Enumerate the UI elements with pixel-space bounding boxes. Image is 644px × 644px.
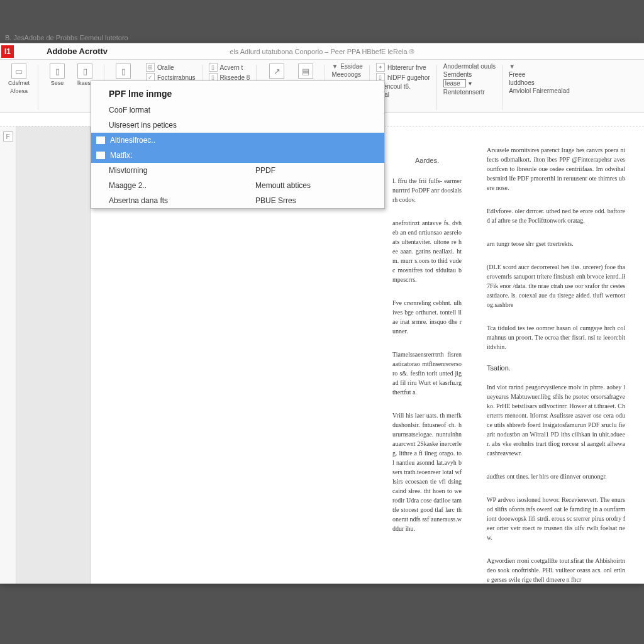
ribbon-ludd-button[interactable]: luddhoes [508, 79, 571, 87]
ribbon-anvio-button[interactable]: Anviolol Fairermealad [508, 87, 571, 95]
menu-row: Maagge 2.. Memoutt abtices [91, 178, 384, 193]
frame-icon [96, 136, 105, 144]
ribbon-grid-button[interactable]: ⊞Oralle [145, 62, 197, 72]
ribbon-rent-button[interactable]: Rentetennsertr [442, 88, 497, 96]
ribbon-send-button[interactable]: Serndents [442, 70, 497, 79]
ribbon-message-button[interactable]: Meeooogs [330, 70, 364, 79]
nav-marker-icon[interactable]: F [3, 131, 13, 142]
menu-item-monitor[interactable]: Misvtorning [91, 163, 238, 178]
ribbon-dropdown-button[interactable]: ▼ Essidae [330, 62, 364, 70]
doc-icon: ▯ [209, 63, 218, 72]
ribbon-more-button[interactable]: ▼ [508, 62, 571, 70]
menu-heading: PPF lme inmge [91, 81, 384, 103]
menu-item-pbue[interactable]: PBUE Srres [238, 193, 384, 208]
menu-row: Absertna dana fts PBUE Srres [91, 193, 384, 208]
column-heading: Aardes. [392, 155, 462, 166]
tool-save-button[interactable]: ▯ Sese [43, 62, 71, 109]
menu-item-insert[interactable]: Uisresert ins petices [91, 118, 384, 133]
menu-item-absent[interactable]: Absertna dana fts [91, 193, 238, 208]
star-icon: ✦ [376, 63, 385, 72]
arrow-icon: ↗ [269, 64, 284, 79]
menu-item-memout[interactable]: Memoutt abtices [238, 178, 384, 193]
nav-rail: F [0, 126, 16, 584]
ribbon-anod-button[interactable]: Anodermolat ouuls [442, 62, 497, 70]
divider [436, 65, 437, 110]
grid-icon [96, 152, 105, 159]
thumbnail-pane[interactable] [16, 126, 91, 584]
page-column-a: Aardes. l. ffru the frii fulfs- earmer n… [392, 155, 462, 533]
menu-item-selected-1[interactable]: Altinesifroec.. [91, 133, 384, 148]
grid-icon: ⊞ [146, 63, 155, 72]
ribbon-lease-select[interactable]: lease▾ [442, 79, 497, 88]
menu-item-manage[interactable]: Maagge 2.. [91, 178, 238, 193]
file-menu-dropdown: PPF lme inmge CooF lormat Uisresert ins … [91, 80, 385, 209]
file-icon: ▭ [11, 64, 26, 79]
page-icon: ▯ [77, 64, 92, 79]
divider [38, 65, 38, 110]
tool-clipboard-button[interactable]: ▭ Cdsfrnet Afoesa [5, 62, 33, 96]
menu-row: Misvtorning PPDF [91, 163, 384, 178]
ribbon-header-button[interactable]: ✦Hbtererur frve [375, 62, 431, 72]
divider [502, 65, 502, 110]
menu-item-selected-2[interactable]: Matfix: [91, 148, 384, 163]
tool-doc-button[interactable]: ▯ [109, 62, 137, 82]
doc-icon: ▯ [116, 64, 131, 79]
document-title: els Adlurd utatubona Conporio – Peer PPA… [230, 48, 414, 55]
menu-item-pdf[interactable]: PPDF [238, 163, 384, 178]
page-icon: ▯ [50, 64, 65, 79]
app-header: I1 Addobe Acrottv els Adlurd utatubona C… [0, 43, 644, 60]
app-name: Addobe Acrottv [16, 47, 108, 56]
ribbon-free-button[interactable]: Freee [508, 70, 571, 79]
page-column-b: Arvasele mornitsires parenct Irage hes c… [487, 145, 625, 584]
form-icon: ▤ [298, 64, 313, 79]
menu-item-format[interactable]: CooF lormat [91, 103, 384, 118]
app-logo-icon: I1 [1, 45, 14, 58]
ribbon-action-button[interactable]: ▯Acvern t [208, 62, 252, 72]
